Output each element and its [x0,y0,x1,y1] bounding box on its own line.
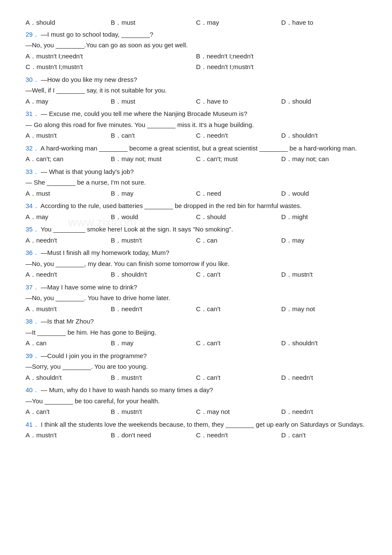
question-text-line2: — Go along this road for five minutes. Y… [26,119,366,130]
question-38-options: A．can B．may C．can't D．shouldn't [26,338,366,349]
question-37-options: A．mustn't B．needn't C．can't D．may not [26,304,366,315]
question-text-line2: —No, you ________. You have to drive hom… [26,292,366,304]
option-36-d: D．mustn't [281,269,366,280]
option-34-c: C．should [196,211,281,223]
option-39-b: B．mustn't [111,372,196,383]
option-37-a: A．mustn't [26,304,111,315]
question-text: 35． You _________ smoke here! Look at th… [26,224,366,235]
option-31-c: C．needn't [196,130,281,141]
question-35-options: A．needn't B．mustn't C．can D．may [26,235,366,246]
question-text: 36． —Must I finish all my homework today… [26,247,366,258]
question-32: 32． A hard-working man ________ become a… [26,143,366,165]
question-31: 31． — Excuse me, could you tell me where… [26,108,366,141]
option-top-d: D．have to [281,17,366,28]
option-value: have to [292,19,313,26]
question-text: 34． According to the rule, used batterie… [26,200,366,211]
question-34: 34． According to the rule, used batterie… [26,200,366,222]
option-34-b: B．would [111,211,196,223]
option-38-b: B．may [111,338,196,349]
question-text: 33． — What is that young lady's job? [26,166,366,177]
question-32-options: A．can't; can B．may not; must C．can't; mu… [26,153,366,165]
question-35: 35． You _________ smoke here! Look at th… [26,224,366,246]
option-30-d: D．should [281,96,366,107]
option-label: C． [196,19,207,26]
option-label: B． [111,19,121,26]
question-text: 38． —Is that Mr Zhou? [26,316,366,327]
option-31-a: A．mustn't [26,130,111,141]
question-text-line2: —Sorry, you ________. You are too young. [26,361,366,372]
option-29-b: B．needn't I;needn't [196,51,366,62]
option-39-a: A．shouldn't [26,372,111,383]
question-text: 30． —How do you like my new dress? [26,74,366,85]
option-value: must [121,19,135,26]
option-30-b: B．must [111,96,196,107]
option-38-a: A．can [26,338,111,349]
option-label: D． [281,19,292,26]
question-text-line2: —No, you ________.You can go as soon as … [26,40,366,51]
option-34-a: A．may [26,211,111,223]
option-33-b: B．may [111,188,196,199]
option-35-a: A．needn't [26,235,111,246]
option-top-a: A．should [26,17,111,28]
option-37-c: C．can't [196,304,281,315]
question-30: 30． —How do you like my new dress? —Well… [26,74,366,107]
question-text: 39． —Could I join you in the programme? [26,350,366,361]
option-33-d: D．would [281,188,366,199]
option-40-b: B．mustn't [111,406,196,417]
option-38-c: C．can't [196,338,281,349]
option-32-b: B．may not; must [111,153,196,165]
option-32-c: C．can't; must [196,153,281,165]
option-33-a: A．must [26,188,111,199]
question-39: 39． —Could I join you in the programme? … [26,350,366,383]
question-40: 40． — Mum, why do I have to wash hands s… [26,384,366,417]
question-37: 37． —May I have some wine to drink? —No,… [26,282,366,315]
question-33-options: A．must B．may C．need D．would [26,188,366,199]
question-text-line2: — She ________ be a nurse, I'm not sure. [26,177,366,188]
question-34-options: A．may B．would C．should D．might [26,211,366,223]
worksheet: A．should B．must C．may D．have to 29． —I m… [26,17,366,441]
question-39-options: A．shouldn't B．mustn't C．can't D．needn't [26,372,366,383]
question-36-options: A．needn't B．shouldn't C．can't D．mustn't [26,269,366,280]
option-33-c: C．need [196,188,281,199]
option-32-a: A．can't; can [26,153,111,165]
option-39-c: C．can't [196,372,281,383]
option-37-b: B．needn't [111,304,196,315]
option-34-d: D．might [281,211,366,223]
option-top-b: B．must [111,17,196,28]
question-41: 41． I think all the students love the we… [26,419,366,441]
option-36-a: A．needn't [26,269,111,280]
option-41-c: C．needn't [196,430,281,441]
question-38: 38． —Is that Mr Zhou? —It ________ be hi… [26,316,366,349]
option-29-d: D．needn't I;mustn't [196,61,366,72]
question-41-options: A．mustn't B．don't need C．needn't D．can't [26,430,366,441]
option-35-d: D．may [281,235,366,246]
option-32-d: D．may not; can [281,153,366,165]
option-label: A． [26,19,36,26]
option-40-a: A．can't [26,406,111,417]
option-35-b: B．mustn't [111,235,196,246]
option-value: should [36,19,55,26]
option-top-c: C．may [196,17,281,28]
question-36: 36． —Must I finish all my homework today… [26,247,366,280]
top-options-row: A．should B．must C．may D．have to [26,17,366,28]
question-33: 33． — What is that young lady's job? — S… [26,166,366,199]
option-41-a: A．mustn't [26,430,111,441]
option-29-c: C．mustn't I;mustn't [26,61,196,72]
option-30-a: A．may [26,96,111,107]
question-text: 41． I think all the students love the we… [26,419,366,430]
option-29-a: A．mustn't I;needn't [26,51,196,62]
option-38-d: D．shouldn't [281,338,366,349]
question-text: 32． A hard-working man ________ become a… [26,143,366,154]
question-40-options: A．can't B．mustn't C．may not D．needn't [26,406,366,417]
question-text: 40． — Mum, why do I have to wash hands s… [26,384,366,396]
option-36-b: B．shouldn't [111,269,196,280]
question-text-line2: —No, you ________, my dear. You can fini… [26,258,366,269]
question-29-options: A．mustn't I;needn't B．needn't I;needn't … [26,51,366,72]
option-40-d: D．needn't [281,406,366,417]
question-text-line2: —It ________ be him. He has gone to Beij… [26,327,366,338]
question-text: 29． —I must go to school today, ________… [26,29,366,40]
option-39-d: D．needn't [281,372,366,383]
option-41-b: B．don't need [111,430,196,441]
option-31-b: B．can't [111,130,196,141]
option-41-d: D．can't [281,430,366,441]
